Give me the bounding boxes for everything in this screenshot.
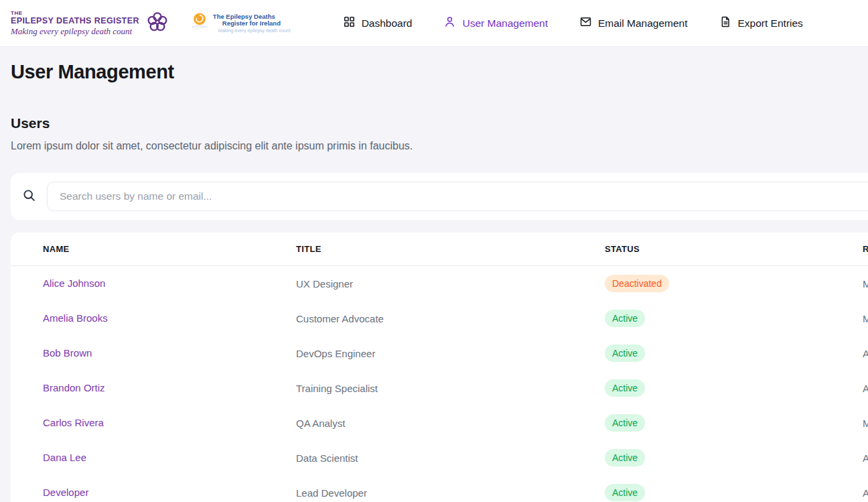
user-title: Training Specialist: [296, 383, 605, 394]
users-section-heading: Users: [11, 115, 868, 131]
column-header-status: STATUS: [605, 244, 863, 254]
rose-icon: [191, 11, 210, 36]
user-role: Member: [863, 418, 868, 429]
logo2-tagline: Making every epilepsy death count: [213, 28, 291, 34]
logo1-line1: THE: [11, 10, 139, 16]
user-title: DevOps Engineer: [296, 348, 605, 359]
status-badge: Deactivated: [605, 275, 669, 292]
user-name-link[interactable]: Bob Brown: [43, 347, 92, 359]
column-header-role: ROLE: [863, 244, 868, 254]
nav-item-dashboard[interactable]: Dashboard: [343, 15, 413, 31]
flower-icon: [145, 10, 169, 37]
user-title: Customer Advocate: [296, 313, 605, 324]
nav-item-user-management[interactable]: User Management: [443, 15, 548, 31]
user-title: UX Designer: [296, 278, 605, 290]
logo2-line2: Register for Ireland: [213, 20, 291, 27]
main-content: User Management Users Lorem ipsum dolor …: [0, 61, 868, 502]
page-title: User Management: [11, 61, 868, 83]
user-name-link[interactable]: Brandon Ortiz: [43, 382, 105, 393]
document-icon: [719, 15, 732, 31]
epilepsy-deaths-register-logo: THE EPILEPSY DEATHS REGISTER Making ever…: [11, 10, 169, 37]
nav-label: User Management: [462, 17, 548, 29]
table-row: Amelia BrooksCustomer AdvocateActiveMemb…: [11, 301, 868, 336]
column-header-name: NAME: [43, 244, 296, 254]
status-badge: Active: [605, 414, 645, 432]
status-badge: Active: [605, 484, 645, 501]
status-badge: Active: [605, 344, 645, 362]
table-row: Dana LeeData ScientistActiveAdmin: [11, 440, 868, 475]
search-card: [11, 173, 868, 220]
status-badge: Active: [605, 449, 645, 466]
users-section-description: Lorem ipsum dolor sit amet, consectetur …: [11, 140, 868, 152]
logo1-tagline: Making every epilepsy death count: [11, 26, 139, 37]
search-input[interactable]: [47, 182, 868, 211]
users-table-header: NAME TITLE STATUS ROLE: [11, 233, 868, 266]
nav-label: Export Entries: [738, 17, 803, 29]
email-icon: [579, 15, 592, 31]
user-title: QA Analyst: [296, 418, 605, 429]
users-table: NAME TITLE STATUS ROLE Alice JohnsonUX D…: [11, 233, 868, 502]
user-role: Member: [863, 278, 868, 290]
nav-item-email-management[interactable]: Email Management: [579, 15, 688, 31]
user-title: Data Scientist: [296, 452, 605, 464]
table-row: DeveloperLead DeveloperActiveAdmin: [11, 475, 868, 502]
status-badge: Active: [605, 379, 645, 397]
user-role: Admin: [863, 348, 868, 359]
status-badge: Active: [605, 310, 645, 327]
table-row: Carlos RiveraQA AnalystActiveMember: [11, 405, 868, 440]
table-row: Brandon OrtizTraining SpecialistActiveAd…: [11, 371, 868, 405]
users-table-body: Alice JohnsonUX DesignerDeactivatedMembe…: [11, 266, 868, 502]
user-role: Admin: [863, 383, 868, 394]
user-icon: [443, 15, 456, 31]
nav-label: Email Management: [598, 17, 688, 29]
user-name-link[interactable]: Carlos Rivera: [43, 417, 104, 428]
top-nav-bar: THE EPILEPSY DEATHS REGISTER Making ever…: [0, 0, 868, 47]
logo1-text: THE EPILEPSY DEATHS REGISTER Making ever…: [11, 10, 139, 37]
search-icon: [22, 188, 36, 205]
nav-item-export-entries[interactable]: Export Entries: [719, 15, 803, 31]
user-role: Admin: [863, 452, 868, 464]
user-role: Member: [863, 313, 868, 324]
main-nav: Dashboard User Management Email Manageme…: [343, 15, 803, 31]
table-row: Bob BrownDevOps EngineerActiveAdmin: [11, 336, 868, 371]
column-header-title: TITLE: [296, 244, 605, 254]
nav-label: Dashboard: [362, 17, 413, 29]
user-name-link[interactable]: Dana Lee: [43, 452, 86, 463]
user-name-link[interactable]: Alice Johnson: [43, 277, 105, 289]
user-name-link[interactable]: Amelia Brooks: [43, 312, 108, 324]
dashboard-icon: [343, 15, 356, 31]
user-role: Admin: [863, 487, 868, 499]
epilepsy-deaths-register-ireland-logo: The Epilepsy Deaths Register for Ireland…: [191, 11, 291, 36]
logo1-line2: EPILEPSY DEATHS REGISTER: [11, 16, 139, 25]
user-title: Lead Developer: [296, 487, 605, 499]
logo2-text: The Epilepsy Deaths Register for Ireland…: [213, 11, 291, 34]
table-row: Alice JohnsonUX DesignerDeactivatedMembe…: [11, 266, 868, 301]
user-name-link[interactable]: Developer: [43, 487, 88, 498]
